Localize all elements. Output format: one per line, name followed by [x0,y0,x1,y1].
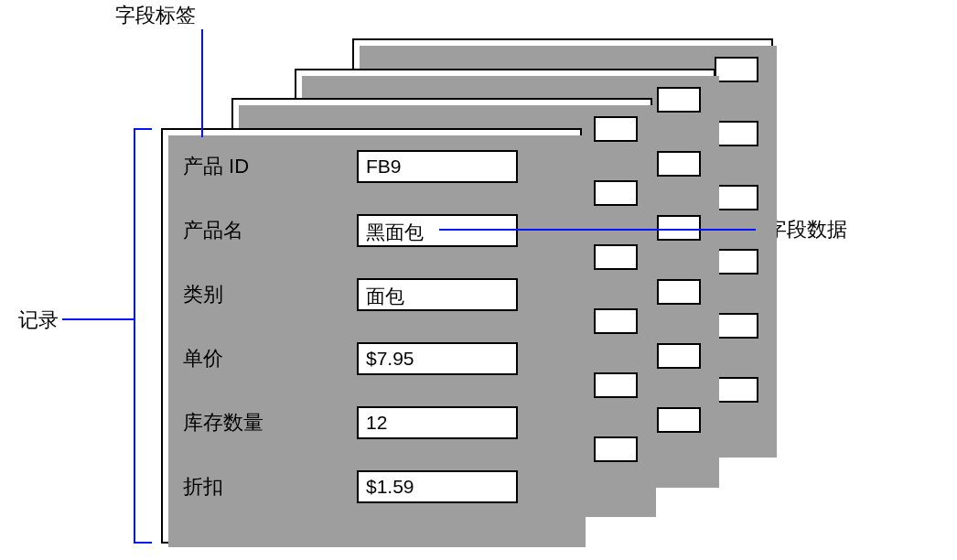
callout-line [134,542,152,544]
callout-line [62,318,134,320]
field-row: 产品 ID FB9 [183,150,565,183]
ghost-field [715,185,758,210]
ghost-field [715,249,758,275]
field-row: 折扣 $1.59 [183,470,565,503]
field-row: 库存数量 12 [183,406,565,439]
field-row: 单价 $7.95 [183,342,565,375]
ghost-field [715,121,758,146]
ghost-field [594,372,638,398]
callout-field-data: 字段数据 [767,216,847,243]
callout-record: 记录 [18,307,59,334]
ghost-field [657,407,701,433]
field-row: 类别 面包 [183,278,565,311]
field-value: 黑面包 [357,214,518,247]
callout-line [439,229,756,231]
field-label: 产品名 [183,217,357,244]
callout-line [134,128,135,544]
ghost-field [594,180,638,206]
field-label: 库存数量 [183,409,357,436]
ghost-field [715,313,758,339]
field-row: 产品名 黑面包 [183,214,565,247]
field-value: $1.59 [357,470,518,503]
callout-line [201,29,203,137]
field-label: 单价 [183,345,357,372]
callout-field-label: 字段标签 [115,2,196,29]
field-value: 12 [357,406,518,439]
field-value: 面包 [357,278,518,311]
ghost-field [715,377,758,403]
ghost-field [657,215,701,241]
field-label: 折扣 [183,473,357,501]
field-label: 类别 [183,281,357,308]
field-value: FB9 [357,150,518,183]
field-value: $7.95 [357,342,518,375]
ghost-field [715,57,758,82]
ghost-field [657,279,701,305]
ghost-field [657,151,701,177]
ghost-field [594,116,638,142]
record-card-front: 产品 ID FB9 产品名 黑面包 类别 面包 单价 $7.95 库存数量 12… [161,128,582,544]
field-label: 产品 ID [183,153,357,180]
diagram-stage: 产品 ID FB9 产品名 黑面包 类别 面包 单价 $7.95 库存数量 12… [0,0,957,560]
callout-line [134,128,152,130]
ghost-field [594,308,638,334]
ghost-field [657,343,701,369]
ghost-field [594,244,638,270]
ghost-field [657,87,701,113]
ghost-field [594,436,638,462]
